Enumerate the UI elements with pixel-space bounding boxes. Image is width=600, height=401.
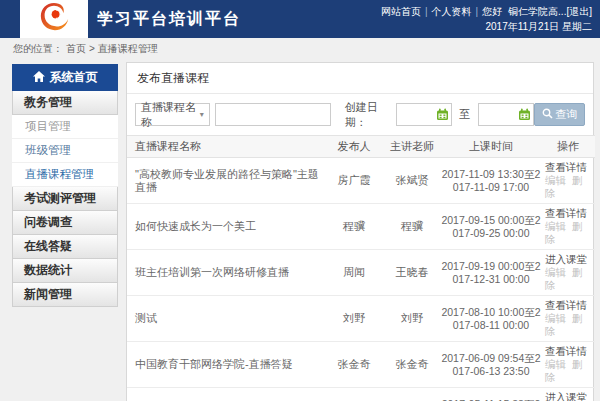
sidebar-item-label: 教务管理: [24, 95, 72, 109]
course-title: 班主任培训第一次网络研修直播: [127, 250, 325, 296]
sidebar-item-live-course-mgmt[interactable]: 直播课程管理: [12, 163, 118, 187]
keyword-input[interactable]: [215, 103, 331, 126]
create-date-label: 创建日期：: [345, 100, 393, 130]
calendar-icon[interactable]: [436, 108, 449, 123]
header-nav: 网站首页|个人资料|您好铜仁学院高...[退出]: [381, 4, 592, 19]
sidebar-item-data-stats[interactable]: 数据统计: [12, 259, 118, 283]
enter-classroom-link[interactable]: 进入课堂: [545, 253, 593, 266]
sidebar-item-label: 班级管理: [25, 144, 71, 156]
table-row: "高校教师专业发展的路径与策略"主题直播 房广霞 张斌贤 2017-11-09 …: [127, 158, 595, 204]
class-time: 2017-09-15 00:00至2017-09-25 00:00: [441, 204, 541, 250]
col-class-time: 上课时间: [441, 136, 541, 158]
col-actions: 操作: [541, 136, 595, 158]
sidebar-item-system-home[interactable]: 系统首页: [12, 64, 118, 91]
table-row: 中国教育干部网络学院-直播答疑 张金奇 张金奇 2017-06-09 09:54…: [127, 342, 595, 388]
calendar-icon[interactable]: [518, 108, 531, 123]
header-date: 2017年11月21日 星期二: [381, 19, 592, 34]
search-button[interactable]: 查询: [534, 103, 585, 126]
view-detail-link[interactable]: 查看详情: [545, 299, 593, 312]
chevron-down-icon: ▾: [200, 110, 204, 119]
header-user-area: 网站首页|个人资料|您好铜仁学院高...[退出] 2017年11月21日 星期二: [381, 4, 592, 34]
select-value: 直播课程名称: [141, 100, 200, 130]
filter-bar: 直播课程名称 ▾ 创建日期： 至 查询: [127, 94, 593, 135]
class-time: 2017-06-09 09:54至2017-06-13 23:50: [441, 342, 541, 388]
table-row: 测试 刘野 刘野 2017-08-10 10:00至2017-08-11 00:…: [127, 296, 595, 342]
enter-classroom-link[interactable]: 进入课堂: [545, 391, 593, 401]
class-time: 2017-09-19 00:00至2017-12-31 00:00: [441, 250, 541, 296]
sidebar-item-news-mgmt[interactable]: 新闻管理: [12, 283, 118, 307]
magnifier-icon: [542, 108, 553, 121]
nav-separator: |: [475, 6, 478, 17]
publisher: 张金奇: [325, 342, 383, 388]
phoenix-swirl-logo-icon: [38, 1, 70, 37]
breadcrumb-home-link[interactable]: 首页: [66, 43, 86, 54]
date-from-field: [396, 103, 452, 126]
course-title: 如何快速成长为一个美工: [127, 204, 325, 250]
username-text: 铜仁学院高...: [508, 6, 566, 17]
table-row: 班主任培训第一次网络研修直播 周闻 王晓春 2017-09-19 00:00至2…: [127, 250, 595, 296]
teacher: 张斌贤: [383, 158, 441, 204]
nav-site-home-link[interactable]: 网站首页: [381, 6, 421, 17]
publisher: 王晶: [325, 388, 383, 401]
sidebar: 系统首页 教务管理 项目管理 班级管理 直播课程管理 考试测评管理 问卷调查 在…: [12, 64, 118, 307]
class-time: 2017-05-11 15:38至2017-12-31 15:38: [441, 388, 541, 401]
edit-link[interactable]: 编辑: [545, 174, 566, 186]
edit-link[interactable]: 编辑: [545, 358, 566, 370]
home-icon: [33, 71, 45, 85]
date-to-field: [478, 103, 534, 126]
teacher: 王晓春: [383, 250, 441, 296]
sidebar-item-academic-mgmt[interactable]: 教务管理: [12, 91, 118, 115]
main-panel: 发布直播课程 直播课程名称 ▾ 创建日期： 至 查询: [126, 62, 594, 401]
breadcrumb: 您的位置：首页>直播课程管理: [0, 38, 600, 60]
teacher: 张金奇: [383, 342, 441, 388]
teacher: 程骥: [383, 204, 441, 250]
edit-link[interactable]: 编辑: [545, 266, 566, 278]
sidebar-item-label: 问卷调查: [24, 215, 72, 229]
publisher: 房广霞: [325, 158, 383, 204]
view-detail-link[interactable]: 查看详情: [545, 161, 593, 174]
table-header-row: 直播课程名称 发布人 主讲老师 上课时间 操作: [127, 136, 595, 158]
sidebar-item-label: 在线答疑: [24, 239, 72, 253]
course-title: 中国教育干部网络学院-直播答疑: [127, 342, 325, 388]
sidebar-item-class-mgmt[interactable]: 班级管理: [12, 139, 118, 163]
sidebar-item-label: 直播课程管理: [25, 168, 94, 180]
sidebar-item-label: 项目管理: [25, 120, 71, 132]
sidebar-item-label: 新闻管理: [24, 287, 72, 301]
class-time: 2017-08-10 10:00至2017-08-11 00:00: [441, 296, 541, 342]
sidebar-item-survey[interactable]: 问卷调查: [12, 211, 118, 235]
sidebar-item-exam-mgmt[interactable]: 考试测评管理: [12, 187, 118, 211]
col-course-name: 直播课程名称: [127, 136, 325, 158]
sidebar-item-label: 数据统计: [24, 263, 72, 277]
sidebar-item-online-qa[interactable]: 在线答疑: [12, 235, 118, 259]
course-title: 技术部测试直播课程01: [127, 388, 325, 401]
date-from-input[interactable]: [397, 104, 441, 125]
nav-separator: |: [425, 6, 428, 17]
breadcrumb-separator: >: [89, 43, 95, 54]
course-title: 测试: [127, 296, 325, 342]
publisher: 周闻: [325, 250, 383, 296]
course-name-select[interactable]: 直播课程名称 ▾: [135, 103, 210, 126]
top-header: 学习平台培训平台 网站首页|个人资料|您好铜仁学院高...[退出] 2017年1…: [0, 0, 600, 38]
logo: [20, 0, 88, 38]
edit-link[interactable]: 编辑: [545, 312, 566, 324]
table-row: 技术部测试直播课程01 王晶 王晶01 2017-05-11 15:38至201…: [127, 388, 595, 401]
search-button-label: 查询: [556, 107, 578, 122]
view-detail-link[interactable]: 查看详情: [545, 345, 593, 358]
nav-profile-link[interactable]: 个人资料: [431, 6, 471, 17]
class-time: 2017-11-09 13:30至2017-11-09 17:00: [441, 158, 541, 204]
page-title: 学习平台培训平台: [97, 0, 241, 38]
view-detail-link[interactable]: 查看详情: [545, 207, 593, 220]
logout-link[interactable]: [退出]: [566, 6, 592, 17]
edit-link[interactable]: 编辑: [545, 220, 566, 232]
table-row: 如何快速成长为一个美工 程骥 程骥 2017-09-15 00:00至2017-…: [127, 204, 595, 250]
live-course-table: 直播课程名称 发布人 主讲老师 上课时间 操作 "高校教师专业发展的路径与策略"…: [127, 135, 595, 401]
publish-live-course-button[interactable]: 发布直播课程: [127, 63, 593, 94]
publisher: 程骥: [325, 204, 383, 250]
col-publisher: 发布人: [325, 136, 383, 158]
breadcrumb-current: 直播课程管理: [98, 43, 158, 54]
sidebar-item-label: 考试测评管理: [24, 191, 96, 205]
teacher: 刘野: [383, 296, 441, 342]
sidebar-item-project-mgmt[interactable]: 项目管理: [12, 115, 118, 139]
course-title: "高校教师专业发展的路径与策略"主题直播: [127, 158, 325, 204]
date-to-input[interactable]: [479, 104, 523, 125]
